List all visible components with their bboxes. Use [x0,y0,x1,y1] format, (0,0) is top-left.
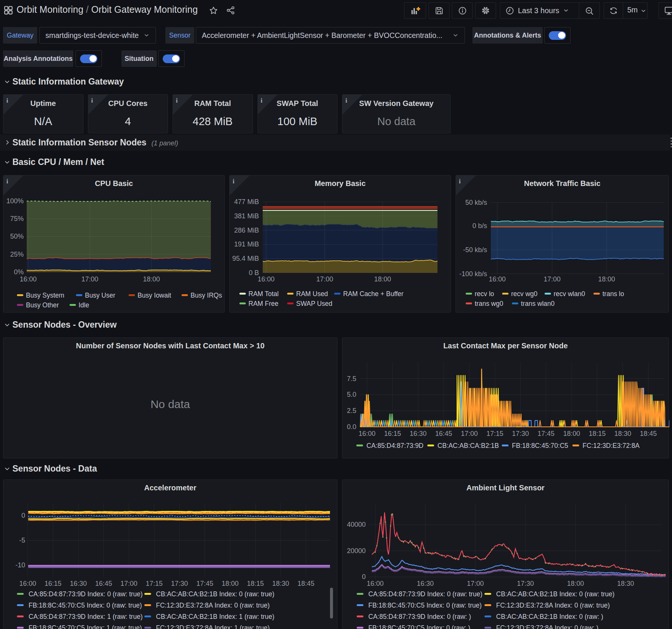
svg-text:18:45: 18:45 [640,430,657,437]
svg-text:16:00: 16:00 [20,275,36,283]
svg-text:CB:AC:AB:CA:B2:1B Index: 1 (ra: CB:AC:AB:CA:B2:1B Index: 1 (raw: true) [156,613,274,620]
svg-text:16:30: 16:30 [417,580,434,587]
svg-text:FC:12:3D:E3:72:8A Index: 0 (ra: FC:12:3D:E3:72:8A Index: 0 (raw: ) [496,624,598,629]
svg-text:Busy User: Busy User [85,292,115,299]
svg-text:trans wlan0: trans wlan0 [521,300,555,307]
svg-text:40000: 40000 [347,521,366,528]
svg-text:16:00: 16:00 [19,580,36,587]
svg-text:18:30: 18:30 [272,580,289,587]
svg-text:CB:AC:AB:CA:B2:1B Index: 0 (ra: CB:AC:AB:CA:B2:1B Index: 0 (raw: true) [156,590,274,598]
svg-text:Idle: Idle [79,301,89,309]
svg-text:FC:12:3D:E3:72:8A Index: 1 (ra: FC:12:3D:E3:72:8A Index: 1 (raw: true) [156,624,270,629]
svg-text:18:00: 18:00 [222,580,239,587]
svg-text:17:30: 17:30 [517,580,534,587]
svg-text:16:15: 16:15 [384,430,401,437]
svg-text:Busy System: Busy System [26,292,64,299]
svg-text:18:15: 18:15 [589,430,605,437]
svg-text:CA:85:D4:87:73:9D Index: 0 (ra: CA:85:D4:87:73:9D Index: 0 (raw: true) [29,590,142,598]
svg-text:95.4 MiB: 95.4 MiB [232,255,259,262]
svg-text:RAM Used: RAM Used [296,290,328,298]
svg-text:18:00: 18:00 [143,275,160,283]
svg-text:FB:18:8C:45:70:C5 Index: 1 (ra: FB:18:8C:45:70:C5 Index: 1 (raw: true) [29,624,142,629]
svg-text:16:00: 16:00 [489,275,506,283]
svg-text:381 MiB: 381 MiB [234,212,259,220]
svg-text:trans wg0: trans wg0 [475,300,503,307]
svg-text:18:45: 18:45 [298,580,315,587]
svg-text:recv lo: recv lo [475,290,494,298]
svg-text:75%: 75% [10,215,24,222]
svg-text:25%: 25% [10,251,24,258]
svg-text:16:30: 16:30 [410,430,427,437]
svg-text:recv wg0: recv wg0 [511,290,537,298]
svg-text:286 MiB: 286 MiB [234,227,259,234]
svg-text:191 MiB: 191 MiB [234,240,259,248]
svg-text:-10: -10 [15,561,25,569]
svg-text:477 MiB: 477 MiB [234,198,259,206]
svg-text:18:00: 18:00 [374,275,391,283]
svg-text:18:30: 18:30 [614,430,631,437]
svg-text:20000: 20000 [347,547,366,555]
svg-text:7.5: 7.5 [347,375,356,383]
svg-text:CB:AC:AB:CA:B2:1B Index: 0 (ra: CB:AC:AB:CA:B2:1B Index: 0 (raw: true) [496,590,614,598]
svg-text:17:15: 17:15 [486,430,503,437]
svg-text:FB:18:8C:45:70:C5: FB:18:8C:45:70:C5 [512,442,568,449]
svg-text:recv wlan0: recv wlan0 [554,290,585,298]
svg-text:Busy Iowait: Busy Iowait [138,292,171,299]
svg-text:FC:12:3D:E3:72:8A Index: 0 (ra: FC:12:3D:E3:72:8A Index: 0 (raw: true) [496,602,610,609]
svg-text:18:30: 18:30 [617,580,634,587]
svg-text:50 kb/s: 50 kb/s [465,199,487,206]
svg-text:50%: 50% [10,233,24,240]
svg-text:18:15: 18:15 [247,580,264,587]
svg-text:RAM Free: RAM Free [248,300,278,307]
svg-text:SWAP Used: SWAP Used [296,300,332,307]
svg-text:CA:85:D4:87:73:9D Index: 1 (ra: CA:85:D4:87:73:9D Index: 1 (raw: true) [29,613,142,620]
svg-text:18:00: 18:00 [567,580,584,587]
svg-text:16:00: 16:00 [367,580,384,587]
svg-text:FC:12:3D:E3:72:8A: FC:12:3D:E3:72:8A [583,442,640,449]
svg-text:FB:18:8C:45:70:C5 Index: 0 (ra: FB:18:8C:45:70:C5 Index: 0 (raw: true) [29,602,142,609]
svg-text:FB:18:8C:45:70:C5 Index: 0 (ra: FB:18:8C:45:70:C5 Index: 0 (raw: true) [368,602,482,609]
svg-text:16:45: 16:45 [435,430,452,437]
svg-text:17:30: 17:30 [171,580,188,587]
svg-text:17:30: 17:30 [512,430,529,437]
svg-text:0%: 0% [14,268,24,276]
svg-text:Busy Other: Busy Other [26,301,59,309]
svg-text:16:45: 16:45 [95,580,112,587]
svg-text:2.5: 2.5 [347,407,356,414]
svg-text:CB:AC:AB:CA:B2:1B Index: 0 (ra: CB:AC:AB:CA:B2:1B Index: 0 (raw: ) [496,613,603,620]
svg-text:-5: -5 [19,537,25,544]
svg-text:16:30: 16:30 [70,580,87,587]
svg-text:17:00: 17:00 [543,275,560,283]
svg-text:CA:85:D4:87:73:9D: CA:85:D4:87:73:9D [366,442,424,449]
svg-text:0: 0 [21,512,25,519]
svg-text:-100 kb/s: -100 kb/s [459,270,487,278]
svg-text:trans lo: trans lo [602,290,624,298]
svg-text:17:00: 17:00 [461,430,478,437]
svg-text:Busy IRQs: Busy IRQs [191,292,222,299]
svg-text:17:00: 17:00 [120,580,137,587]
svg-text:0.0: 0.0 [347,423,356,431]
svg-text:CA:85:D4:87:73:9D Index: 0 (ra: CA:85:D4:87:73:9D Index: 0 (raw: ) [368,613,471,620]
svg-text:FC:12:3D:E3:72:8A Index: 0 (ra: FC:12:3D:E3:72:8A Index: 0 (raw: true) [156,602,270,609]
svg-text:18:00: 18:00 [563,430,580,437]
svg-text:16:15: 16:15 [45,580,62,587]
svg-text:17:00: 17:00 [467,580,484,587]
svg-text:CB:AC:AB:CA:B2:1B: CB:AC:AB:CA:B2:1B [437,442,499,449]
svg-text:17:15: 17:15 [146,580,163,587]
svg-text:5.0: 5.0 [347,391,356,398]
svg-text:FB:18:8C:45:70:C5 Index: 0 (ra: FB:18:8C:45:70:C5 Index: 0 (raw: ) [368,624,470,629]
svg-text:16:00: 16:00 [257,275,274,283]
svg-text:RAM Cache + Buffer: RAM Cache + Buffer [343,290,404,298]
svg-text:16:00: 16:00 [359,430,375,437]
svg-text:17:45: 17:45 [196,580,213,587]
svg-text:17:45: 17:45 [537,430,554,437]
svg-text:100%: 100% [6,197,24,205]
svg-text:17:00: 17:00 [81,275,98,283]
svg-text:-50 kb/s: -50 kb/s [463,246,487,254]
svg-text:CA:85:D4:87:73:9D Index: 0 (ra: CA:85:D4:87:73:9D Index: 0 (raw: true) [368,590,482,598]
svg-text:0: 0 [362,573,366,581]
svg-text:0 b/s: 0 b/s [472,222,487,230]
svg-text:RAM Total: RAM Total [248,290,278,298]
svg-text:18:00: 18:00 [598,275,615,283]
svg-text:17:00: 17:00 [316,275,333,283]
